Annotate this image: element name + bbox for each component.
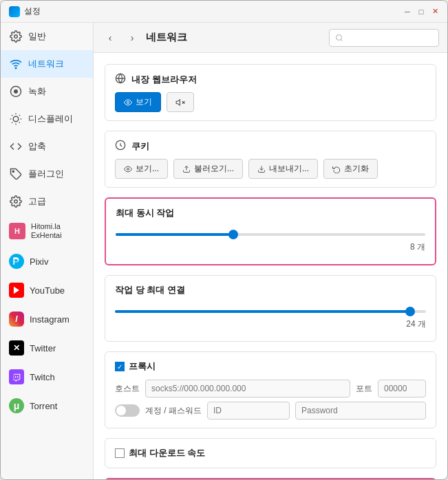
- advanced-icon: [9, 195, 23, 208]
- proxy-port-input[interactable]: [378, 380, 426, 397]
- search-box[interactable]: [329, 29, 439, 47]
- maxconn-slider-value: 24 개: [115, 318, 426, 330]
- twitter-icon: ✕: [9, 340, 24, 356]
- sidebar-item-compress[interactable]: 압축: [1, 133, 93, 160]
- maxconn-slider-thumb[interactable]: [405, 307, 415, 316]
- maxspeed-title: 최대 다운로드 속도: [129, 447, 205, 459]
- cookie-view-button[interactable]: 보기...: [115, 159, 168, 179]
- sidebar-item-twitter[interactable]: ✕ Twitter: [1, 334, 93, 362]
- sidebar-label-compress: 압축: [28, 140, 46, 153]
- browser-globe-icon: [115, 73, 126, 87]
- cookie-section: 쿠키 보기... 불러오기... 내보내기...: [105, 131, 436, 188]
- network-icon: [9, 57, 23, 71]
- maxconn-section: 작업 당 최대 연결 24 개: [105, 275, 436, 342]
- sidebar: 일반 네트워크: [1, 23, 94, 479]
- svg-point-8: [337, 34, 342, 40]
- instagram-icon: I: [9, 312, 24, 327]
- content-area: 내장 웹브라우저 보기: [94, 53, 447, 479]
- concurrent-slider-track[interactable]: [116, 233, 425, 236]
- titlebar: 설정 ─ □ ✕: [1, 1, 447, 23]
- browser-view-button[interactable]: 보기: [115, 92, 161, 112]
- svg-marker-7: [14, 287, 19, 294]
- sidebar-item-display[interactable]: 디스플레이: [1, 105, 93, 133]
- account-label: 계정 / 패스워드: [145, 405, 202, 417]
- sidebar-label-general: 일반: [28, 30, 46, 43]
- host-label: 호스트: [115, 383, 140, 395]
- sidebar-label-twitch: Twitch: [30, 372, 55, 382]
- maximize-button[interactable]: □: [417, 8, 425, 16]
- maxconn-slider-track[interactable]: [115, 310, 426, 313]
- sidebar-item-hitomi[interactable]: H Hitomi.la ExHentai: [1, 215, 93, 247]
- sidebar-item-record[interactable]: 녹화: [1, 78, 93, 105]
- twitch-icon: [9, 369, 24, 384]
- sidebar-label-pixiv: Pixiv: [30, 257, 48, 267]
- proxy-pw-input[interactable]: [295, 402, 426, 419]
- cookie-export-button[interactable]: 내보내기...: [248, 159, 318, 179]
- sidebar-item-general[interactable]: 일반: [1, 23, 93, 50]
- svg-point-0: [14, 35, 18, 39]
- window-title: 설정: [24, 6, 403, 17]
- maxspeed-checkbox[interactable]: [115, 448, 125, 458]
- minimize-button[interactable]: ─: [403, 8, 412, 16]
- sidebar-item-twitch[interactable]: Twitch: [1, 362, 93, 391]
- proxy-host-input[interactable]: [145, 380, 350, 397]
- close-button[interactable]: ✕: [431, 8, 439, 16]
- youtube-icon: [9, 283, 24, 298]
- maxspeed-section: 최대 다운로드 속도: [105, 438, 436, 468]
- back-button[interactable]: ‹: [102, 30, 118, 46]
- sidebar-label-youtube: YouTube: [30, 285, 65, 296]
- sidebar-label-instagram: Instagram: [30, 314, 70, 325]
- sidebar-item-advanced[interactable]: 고급: [1, 188, 93, 215]
- cookie-title: 쿠키: [131, 140, 149, 153]
- sidebar-label-twitter: Twitter: [30, 343, 56, 353]
- proxy-account-toggle[interactable]: [115, 404, 140, 417]
- proxy-section: ✓ 프록시 호스트 포트 계정 / 패스워드: [105, 351, 436, 428]
- sidebar-label-display: 디스플레이: [28, 113, 73, 125]
- svg-point-1: [15, 67, 17, 69]
- settings-window: 설정 ─ □ ✕ 일반: [0, 0, 448, 480]
- sidebar-label-advanced: 고급: [28, 195, 46, 208]
- proxy-title: 프록시: [129, 360, 156, 373]
- svg-point-3: [14, 90, 18, 94]
- sidebar-item-pixiv[interactable]: Pixiv: [1, 247, 93, 276]
- sidebar-item-youtube[interactable]: YouTube: [1, 276, 93, 305]
- proxy-id-input[interactable]: [207, 402, 290, 419]
- pixiv-icon: [9, 254, 24, 269]
- forward-button[interactable]: ›: [124, 30, 140, 46]
- record-icon: [9, 85, 23, 98]
- main-content: ‹ › 네트워크 내장 웹브라우저: [94, 23, 447, 479]
- general-icon: [9, 30, 23, 43]
- sidebar-label-record: 녹화: [28, 85, 46, 98]
- sidebar-item-plugin[interactable]: 플러그인: [1, 160, 93, 188]
- svg-point-17: [127, 168, 129, 170]
- sidebar-label-network: 네트워크: [28, 58, 64, 70]
- svg-point-6: [14, 200, 18, 204]
- sidebar-item-instagram[interactable]: I Instagram: [1, 305, 93, 334]
- hitomi-icon: H: [9, 223, 25, 239]
- concurrent-slider-thumb[interactable]: [228, 230, 238, 239]
- browser-mute-button[interactable]: [167, 92, 194, 112]
- svg-marker-13: [176, 99, 180, 105]
- dpi-section: DPI 우회: [105, 478, 436, 479]
- svg-point-4: [13, 116, 19, 122]
- sidebar-label-hitomi: Hitomi.la ExHentai: [31, 222, 62, 240]
- browser-section: 내장 웹브라우저 보기: [105, 64, 436, 121]
- cookie-import-button[interactable]: 불러오기...: [173, 159, 243, 179]
- header-bar: ‹ › 네트워크: [94, 23, 447, 53]
- proxy-checkbox[interactable]: ✓: [115, 362, 125, 371]
- maxconn-title: 작업 당 최대 연결: [115, 284, 426, 296]
- sidebar-item-network[interactable]: 네트워크: [1, 50, 93, 78]
- maxconn-slider-fill: [115, 310, 410, 313]
- concurrent-title: 최대 동시 작업: [116, 207, 425, 219]
- sidebar-item-torrent[interactable]: μ Torrent: [1, 391, 93, 420]
- browser-title: 내장 웹브라우저: [131, 74, 197, 86]
- display-icon: [9, 112, 23, 126]
- svg-line-9: [341, 39, 342, 41]
- app-icon: [9, 6, 20, 17]
- plugin-icon: [9, 167, 23, 181]
- sidebar-label-plugin: 플러그인: [28, 168, 64, 180]
- compress-icon: [9, 140, 23, 153]
- cookie-icon: [115, 140, 126, 153]
- cookie-reset-button[interactable]: 초기화: [323, 159, 378, 179]
- concurrent-section: 최대 동시 작업 8 개: [105, 197, 436, 265]
